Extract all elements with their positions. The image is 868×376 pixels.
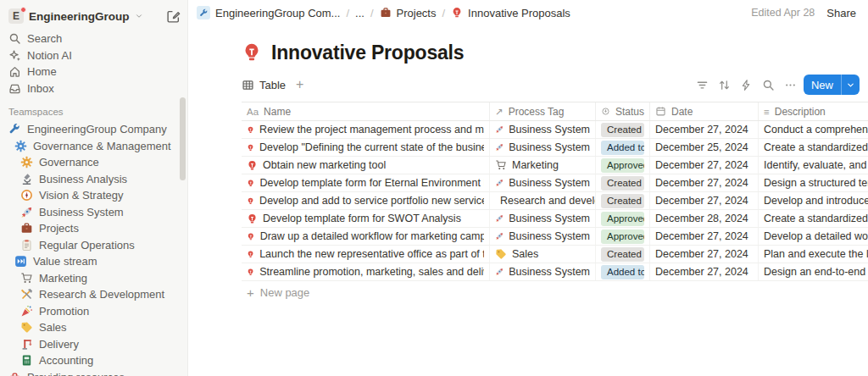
date-cell[interactable]: December 27, 2024 [650, 174, 759, 191]
status-cell[interactable]: Created [596, 121, 650, 138]
breadcrumb-item[interactable]: Innovative Proposals [451, 7, 570, 19]
date-cell[interactable]: December 27, 2024 [650, 121, 759, 138]
sidebar-item-delivery[interactable]: Delivery [0, 336, 187, 353]
date-cell[interactable]: December 27, 2024 [650, 157, 759, 174]
description-value: Identify, evaluate, and acquire a [764, 159, 868, 171]
sidebar-item-search[interactable]: Search [0, 30, 187, 47]
sidebar-item-governance-management[interactable]: Governance & Management [0, 138, 187, 155]
status-cell[interactable]: Approved [596, 157, 650, 174]
compass-icon [20, 189, 33, 202]
sidebar-item-home[interactable]: Home [0, 64, 187, 80]
sidebar-item-promotion[interactable]: Promotion [0, 303, 187, 320]
name-cell[interactable]: Obtain new marketing tool [242, 157, 490, 174]
status-cell[interactable]: Created [596, 174, 650, 191]
status-cell[interactable]: Created [596, 192, 650, 209]
status-cell[interactable]: Added to ... [596, 263, 650, 280]
process-tag-cell[interactable]: Research and development [490, 192, 596, 209]
sidebar-item-vision-strategy[interactable]: Vision & Strategy [0, 187, 187, 204]
date-cell[interactable]: December 28, 2024 [650, 210, 759, 227]
status-cell[interactable]: Added to ... [596, 139, 650, 156]
process-tag-cell[interactable]: Business System [490, 210, 596, 227]
add-view-button[interactable]: + [296, 78, 303, 91]
process-tag-cell[interactable]: Business System [490, 263, 596, 280]
sidebar-item-projects[interactable]: Projects [0, 220, 187, 237]
workspace-name: EngineeringGroup [29, 10, 130, 23]
date-cell[interactable]: December 27, 2024 [650, 263, 759, 280]
date-cell[interactable]: December 25, 2024 [650, 139, 759, 156]
date-cell[interactable]: December 27, 2024 [650, 246, 759, 263]
tab-table-view[interactable]: Table [242, 79, 286, 91]
sidebar-item-governance[interactable]: Governance [0, 154, 187, 171]
breadcrumb-item[interactable]: ... [355, 7, 364, 19]
description-cell[interactable]: Develop a detailed workflow fo [759, 228, 868, 245]
sidebar-item-marketing[interactable]: Marketing [0, 270, 187, 287]
sidebar-scrollbar[interactable] [180, 97, 186, 180]
description-cell[interactable]: Conduct a comprehensive revie [759, 121, 868, 138]
description-cell[interactable]: Create a standardized business [759, 139, 868, 156]
status-cell[interactable]: Approved [596, 228, 650, 245]
bolt-icon[interactable] [740, 79, 753, 91]
name-cell[interactable]: Develop "Defining the current state of t… [242, 139, 490, 156]
name-cell[interactable]: Review the project management process an… [242, 121, 490, 138]
description-cell[interactable]: Design a structured template fo [759, 174, 868, 191]
column-header-date[interactable]: Date [650, 102, 759, 120]
sidebar-item-accounting[interactable]: Accounting [0, 352, 187, 369]
row-name: Develop "Defining the current state of t… [259, 141, 484, 153]
breadcrumb-item[interactable]: Projects [380, 7, 437, 19]
sidebar-item-regular-operations[interactable]: Regular Operations [0, 237, 187, 254]
name-cell[interactable]: Streamline promotion, marketing, sales a… [242, 263, 490, 280]
name-cell[interactable]: Develop template form for SWOT Analysis [242, 210, 490, 227]
description-cell[interactable]: Identify, evaluate, and acquire a [759, 157, 868, 174]
column-header-description[interactable]: ≡Description [759, 102, 868, 120]
compose-button[interactable] [166, 9, 181, 24]
new-button-dropdown[interactable] [842, 75, 860, 95]
new-button-label[interactable]: New [804, 75, 841, 95]
process-tag-cell[interactable]: Business System [490, 228, 596, 245]
status-cell[interactable]: Approved [596, 210, 650, 227]
sidebar-item-value-stream[interactable]: Value stream [0, 253, 187, 270]
sidebar-item-label: Accounting [39, 354, 93, 367]
column-header-name[interactable]: AaName [242, 102, 490, 120]
sidebar-item-providing-resources[interactable]: Providing resources [0, 369, 187, 376]
description-cell[interactable]: Develop and introduce a new s [759, 192, 868, 209]
sidebar-item-notion-ai[interactable]: Notion AI [0, 47, 187, 64]
breadcrumb-item[interactable]: EngineeringGroup Com... [197, 6, 340, 19]
sidebar-item-business-analysis[interactable]: Business Analysis [0, 171, 187, 188]
description-cell[interactable]: Create a standardized template [759, 210, 868, 227]
sidebar-item-sales[interactable]: Sales [0, 319, 187, 336]
column-header-process-tag[interactable]: ↗Process Tag [490, 102, 596, 120]
sidebar-item-business-system[interactable]: Business System [0, 204, 187, 221]
process-tag-cell[interactable]: Business System [490, 139, 596, 156]
new-page-row[interactable]: + New page [242, 281, 868, 303]
status-cell[interactable]: Created [596, 246, 650, 263]
bulb-icon[interactable] [242, 42, 262, 63]
name-cell[interactable]: Launch the new representative office as … [242, 246, 490, 263]
process-tag-cell[interactable]: Business System [490, 174, 596, 191]
filter-icon[interactable] [696, 79, 709, 91]
sidebar-tree: EngineeringGroup CompanyGovernance & Man… [0, 121, 187, 376]
process-tag-cell[interactable]: Business System [490, 121, 596, 138]
sidebar-item-engineeringgroup-company[interactable]: EngineeringGroup Company [0, 121, 187, 138]
sidebar-item-inbox[interactable]: Inbox [0, 80, 187, 97]
date-cell[interactable]: December 27, 2024 [650, 228, 759, 245]
column-header-status[interactable]: Status [596, 102, 650, 120]
sort-icon[interactable] [718, 79, 731, 91]
new-button[interactable]: New [804, 75, 860, 95]
ellipsis-icon[interactable] [784, 79, 797, 91]
view-bar: Table + New [242, 74, 868, 96]
name-cell[interactable]: Draw up a detailed workflow for marketin… [242, 228, 490, 245]
process-tag-label: Business System [509, 230, 590, 242]
lines-icon: ≡ [764, 107, 770, 117]
name-cell[interactable]: Develop template form for Eternal Enviro… [242, 174, 490, 191]
description-value: Develop a detailed workflow fo [764, 230, 868, 242]
name-cell[interactable]: Develop and add to service portfolio new… [242, 192, 490, 209]
workspace-switcher[interactable]: E EngineeringGroup [0, 5, 187, 27]
sidebar-item-research-development[interactable]: Research & Development [0, 286, 187, 303]
description-cell[interactable]: Design an end-to-end workflo [759, 263, 868, 280]
date-cell[interactable]: December 27, 2024 [650, 192, 759, 209]
process-tag-cell[interactable]: Sales [490, 246, 596, 263]
share-button[interactable]: Share [826, 7, 856, 19]
description-cell[interactable]: Plan and execute the launch of [759, 246, 868, 263]
process-tag-cell[interactable]: Marketing [490, 157, 596, 174]
search-icon[interactable] [762, 79, 775, 91]
